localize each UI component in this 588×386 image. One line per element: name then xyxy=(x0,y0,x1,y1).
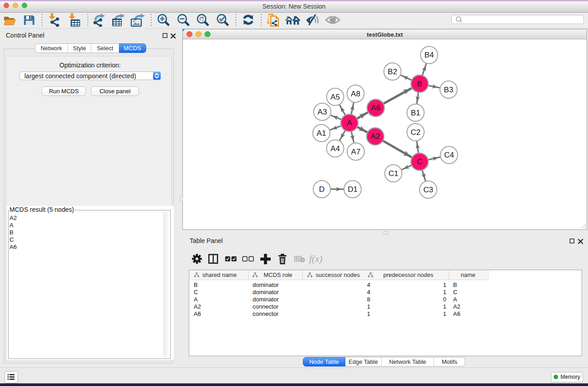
svg-text:A2: A2 xyxy=(371,132,380,141)
svg-text:A1: A1 xyxy=(317,129,326,138)
svg-text:B4: B4 xyxy=(425,51,434,59)
svg-text:C2: C2 xyxy=(411,128,421,137)
svg-text:A: A xyxy=(347,119,352,127)
svg-text:C4: C4 xyxy=(444,151,454,159)
svg-text:C1: C1 xyxy=(388,169,398,178)
svg-text:A4: A4 xyxy=(330,144,340,153)
svg-text:A8: A8 xyxy=(351,90,360,98)
svg-text:B: B xyxy=(417,80,422,88)
svg-text:A6: A6 xyxy=(371,104,381,112)
svg-text:B3: B3 xyxy=(444,86,454,94)
svg-text:A3: A3 xyxy=(318,108,327,116)
svg-text:C3: C3 xyxy=(423,186,433,194)
svg-text:B2: B2 xyxy=(388,67,397,76)
svg-text:A5: A5 xyxy=(330,93,340,101)
svg-text:A7: A7 xyxy=(351,148,361,156)
svg-text:D1: D1 xyxy=(348,185,358,194)
svg-text:B1: B1 xyxy=(411,109,421,117)
svg-text:D: D xyxy=(319,185,325,194)
svg-text:C: C xyxy=(417,157,422,166)
